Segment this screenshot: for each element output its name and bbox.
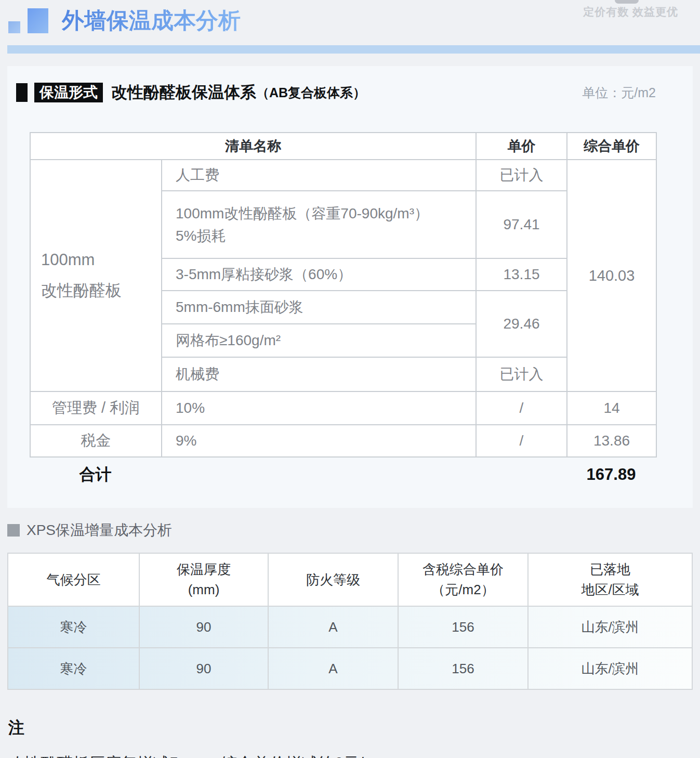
xps-data-row: 寒冷 90 A 156 山东/滨州: [8, 648, 692, 689]
cell-fire-rating: A: [268, 648, 398, 689]
cell-region: 山东/滨州: [528, 648, 692, 689]
xps-data-row: 寒冷 90 A 156 山东/滨州: [8, 606, 692, 648]
cell-composite-price: 140.03: [567, 160, 656, 391]
col-header-price: 单价: [476, 133, 567, 160]
table-row-labor: 100mm 改性酚醛板 人工费 已计入 140.03: [30, 160, 656, 191]
total-value: 167.89: [566, 465, 656, 484]
cell-surface-name: 5mm-6mm抹面砂浆: [162, 291, 476, 324]
watermark-text: 定价有数 效益更优: [583, 5, 678, 19]
cell-surface-mesh-price: 29.46: [476, 291, 567, 357]
cell-board-name: 100mm改性酚醛板（容重70-90kg/m³） 5%损耗: [162, 191, 476, 258]
cell-management-rate: 10%: [162, 391, 476, 425]
cell-labor-name: 人工费: [162, 160, 476, 191]
card-title: 改性酚醛板保温体系: [111, 82, 256, 103]
xps-section-header: XPS保温增量成本分析: [7, 522, 700, 538]
cell-thickness: 90: [139, 606, 268, 648]
insulation-cost-card: 保温形式 改性酚醛板保温体系 （AB复合板体系） 单位：元/m2 清单名称 单价…: [7, 66, 693, 508]
cell-mortar-price: 13.15: [476, 258, 567, 291]
cell-thickness: 90: [139, 648, 268, 689]
card-header: 保温形式 改性酚醛板保温体系 （AB复合板体系） 单位：元/m2: [16, 82, 656, 103]
cell-region: 山东/滨州: [528, 606, 692, 648]
cell-mortar-name: 3-5mm厚粘接砂浆（60%）: [162, 258, 476, 291]
insulation-type-badge: 保温形式: [34, 83, 103, 102]
cell-tax-composite: 13.86: [567, 425, 656, 457]
xps-section-title: XPS保温增量成本分析: [27, 520, 172, 540]
cell-management-label: 管理费 / 利润: [30, 391, 162, 425]
page-title: 外墙保温成本分析: [62, 8, 241, 33]
total-label: 合计: [30, 464, 161, 486]
col-header-composite: 综合单价: [567, 133, 656, 160]
unit-label: 单位：元/m2: [582, 84, 656, 101]
card-subtitle: （AB复合板体系）: [256, 84, 366, 101]
cell-tax-rate: 9%: [162, 425, 476, 457]
col-header-name: 清单名称: [30, 133, 476, 160]
xps-col-fire-rating: 防火等级: [268, 553, 398, 606]
note-section: 注 改性酚醛板厚度每增减5mm，综合单价增减约6元/m²: [8, 717, 700, 758]
decor-black-square: [16, 83, 28, 102]
page: 定价有数 效益更优 外墙保温成本分析 保温形式 改性酚醛板保温体系 （AB复合板…: [0, 0, 700, 758]
cell-price: 156: [398, 648, 528, 689]
xps-col-climate: 气候分区: [8, 553, 139, 606]
table-row-management: 管理费 / 利润 10% / 14: [30, 391, 656, 425]
cell-machine-name: 机械费: [162, 357, 476, 391]
xps-col-region: 已落地 地区/区域: [528, 553, 692, 606]
xps-col-price: 含税综合单价 （元/m2）: [398, 553, 528, 606]
cell-labor-price: 已计入: [476, 160, 567, 191]
cell-tax-price: /: [476, 425, 567, 457]
note-label: 注: [8, 717, 700, 739]
partial-logo: [615, 0, 639, 4]
table-row-tax: 税金 9% / 13.86: [30, 425, 656, 457]
decor-gray-square: [7, 524, 20, 537]
decor-square-small: [8, 21, 20, 33]
cell-management-price: /: [476, 391, 567, 425]
cell-machine-price: 已计入: [476, 357, 567, 391]
note-text: 改性酚醛板厚度每增减5mm，综合单价增减约6元/m²: [8, 753, 700, 758]
xps-header-row: 气候分区 保温厚度 (mm) 防火等级 含税综合单价 （元/m2） 已落地 地区…: [8, 553, 692, 606]
cell-tax-label: 税金: [30, 425, 162, 457]
cost-breakdown-table: 清单名称 单价 综合单价 100mm 改性酚醛板 人工费 已计入 140.03 …: [30, 132, 657, 458]
total-row: 合计 167.89: [30, 458, 656, 492]
table-header-row: 清单名称 单价 综合单价: [30, 133, 656, 160]
xps-increment-table: 气候分区 保温厚度 (mm) 防火等级 含税综合单价 （元/m2） 已落地 地区…: [7, 553, 693, 690]
cell-board-price: 97.41: [476, 191, 567, 258]
cell-mesh-name: 网格布≥160g/m²: [162, 324, 476, 357]
group-label-cell: 100mm 改性酚醛板: [30, 160, 162, 391]
cell-price: 156: [398, 606, 528, 648]
xps-col-thickness: 保温厚度 (mm): [139, 553, 268, 606]
divider-bar: [7, 45, 700, 54]
cell-management-composite: 14: [567, 391, 656, 425]
decor-square-large: [28, 8, 48, 33]
cell-fire-rating: A: [268, 606, 398, 648]
cell-climate: 寒冷: [8, 648, 139, 689]
cell-climate: 寒冷: [8, 606, 139, 648]
